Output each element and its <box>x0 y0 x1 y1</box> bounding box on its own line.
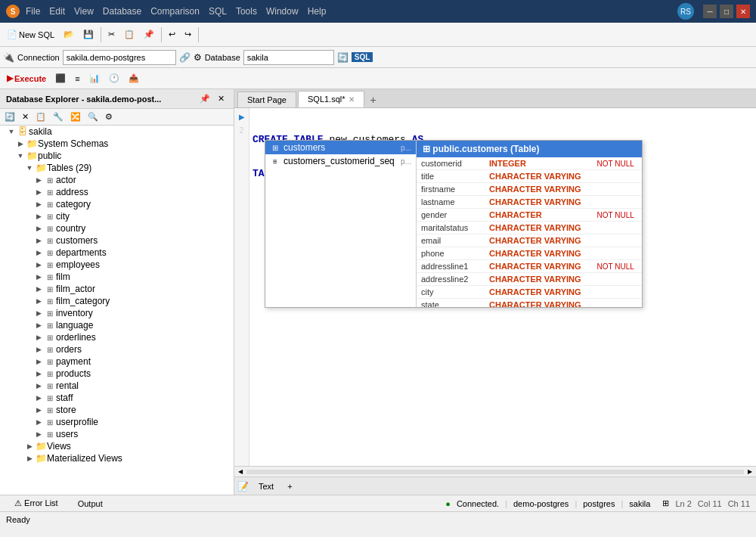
open-button[interactable]: 📂 <box>60 27 78 42</box>
sidebar-item-orders[interactable]: ▶ ⊞ orders <box>0 343 234 355</box>
autocomplete-item-customers-seq[interactable]: ≡ customers_customerid_seq p... <box>265 154 416 168</box>
sidebar-item-customers[interactable]: ▶ ⊞ customers <box>0 234 234 247</box>
scroll-right-button[interactable]: ▶ <box>745 467 754 476</box>
minimize-button[interactable]: ─ <box>703 5 717 18</box>
sidebar-item-payment[interactable]: ▶ ⊞ payment <box>0 355 234 368</box>
toggle-employees[interactable]: ▶ <box>33 259 44 270</box>
toggle-address[interactable]: ▶ <box>33 187 44 197</box>
connection-input[interactable] <box>63 50 176 65</box>
undo-button[interactable]: ↩ <box>165 27 179 42</box>
sidebar-item-actor[interactable]: ▶ ⊞ actor <box>0 174 234 186</box>
toggle-departments[interactable]: ▶ <box>33 247 44 258</box>
execute-button[interactable]: ▶ Execute <box>3 71 50 85</box>
menu-comparison[interactable]: Comparison <box>150 6 200 17</box>
sidebar-filter-button[interactable]: 🔧 <box>50 110 67 123</box>
horizontal-scrollbar[interactable]: ◀ ▶ <box>234 466 756 476</box>
toggle-film-actor[interactable]: ▶ <box>33 284 44 294</box>
toggle-film[interactable]: ▶ <box>33 272 44 282</box>
sidebar-item-employees[interactable]: ▶ ⊞ employees <box>0 259 234 271</box>
toggle-orders[interactable]: ▶ <box>33 344 44 355</box>
history-button[interactable]: 🕐 <box>105 71 123 85</box>
toggle-actor[interactable]: ▶ <box>33 175 44 185</box>
menu-sql[interactable]: SQL <box>209 6 227 17</box>
toggle-customers[interactable]: ▶ <box>33 235 44 246</box>
tab-start-page[interactable]: Start Page <box>237 92 296 107</box>
sidebar-item-orderlines[interactable]: ▶ ⊞ orderlines <box>0 331 234 343</box>
menu-view[interactable]: View <box>74 6 94 17</box>
sidebar-schema-button[interactable]: 🔀 <box>67 110 84 123</box>
sidebar-item-city[interactable]: ▶ ⊞ city <box>0 210 234 222</box>
output-tab[interactable]: Output <box>70 497 111 511</box>
toggle-views[interactable]: ▶ <box>24 441 35 452</box>
sidebar-item-language[interactable]: ▶ ⊞ language <box>0 319 234 331</box>
sidebar-item-film-actor[interactable]: ▶ ⊞ film_actor <box>0 283 234 295</box>
toggle-language[interactable]: ▶ <box>33 320 44 331</box>
sidebar-item-staff[interactable]: ▶ ⊞ staff <box>0 392 234 404</box>
sidebar-item-rental[interactable]: ▶ ⊞ rental <box>0 380 234 392</box>
tab-sql1-close[interactable]: ✕ <box>349 95 355 104</box>
sidebar-disconnect-button[interactable]: ✕ <box>19 110 32 123</box>
sidebar-item-products[interactable]: ▶ ⊞ products <box>0 368 234 380</box>
sidebar-close-button[interactable]: ✕ <box>215 92 228 105</box>
cut-button[interactable]: ✂ <box>104 27 119 42</box>
sidebar-item-address[interactable]: ▶ ⊞ address <box>0 186 234 198</box>
menu-edit[interactable]: Edit <box>49 6 65 17</box>
toggle-store[interactable]: ▶ <box>33 405 44 415</box>
sidebar-item-views[interactable]: ▶ 📁 Views <box>0 440 234 452</box>
stop-button[interactable]: ⬛ <box>51 71 70 85</box>
menu-help[interactable]: Help <box>308 6 327 17</box>
sidebar-item-users[interactable]: ▶ ⊞ users <box>0 428 234 440</box>
toggle-country[interactable]: ▶ <box>33 223 44 234</box>
toggle-products[interactable]: ▶ <box>33 368 44 379</box>
menu-database[interactable]: Database <box>103 6 141 17</box>
sidebar-item-film-category[interactable]: ▶ ⊞ film_category <box>0 295 234 307</box>
paste-button[interactable]: 📌 <box>140 27 158 42</box>
toggle-system-schemas[interactable]: ▶ <box>15 138 26 149</box>
close-button[interactable]: ✕ <box>736 5 750 18</box>
autocomplete-item-customers[interactable]: ⊞ customers p... <box>265 141 416 154</box>
sidebar-item-category[interactable]: ▶ ⊞ category <box>0 198 234 210</box>
sidebar-item-system-schemas[interactable]: ▶ 📁 System Schemas <box>0 138 234 150</box>
redo-button[interactable]: ↪ <box>181 27 195 42</box>
sidebar-add-button[interactable]: 📋 <box>33 110 49 123</box>
toggle-film-category[interactable]: ▶ <box>33 296 44 306</box>
toggle-sakila[interactable]: ▼ <box>6 126 17 137</box>
format-button[interactable]: ≡ <box>71 72 83 85</box>
sidebar-refresh-button[interactable]: 🔄 <box>2 110 18 123</box>
toggle-public[interactable]: ▼ <box>15 151 26 161</box>
toggle-payment[interactable]: ▶ <box>33 356 44 367</box>
menu-tools[interactable]: Tools <box>236 6 257 17</box>
new-sql-button[interactable]: 📄 New SQL <box>3 27 58 42</box>
toggle-tables[interactable]: ▼ <box>24 163 35 173</box>
sidebar-item-country[interactable]: ▶ ⊞ country <box>0 222 234 234</box>
grid-view-icon[interactable]: ⊞ <box>662 498 669 508</box>
toggle-city[interactable]: ▶ <box>33 211 44 222</box>
toggle-staff[interactable]: ▶ <box>33 393 44 403</box>
toggle-rental[interactable]: ▶ <box>33 380 44 391</box>
explain-button[interactable]: 📊 <box>85 71 104 85</box>
database-input[interactable] <box>243 50 334 65</box>
sidebar-pin-button[interactable]: 📌 <box>197 92 213 105</box>
tab-sql1[interactable]: SQL1.sql* ✕ <box>298 91 364 107</box>
toggle-orderlines[interactable]: ▶ <box>33 332 44 343</box>
sidebar-item-inventory[interactable]: ▶ ⊞ inventory <box>0 307 234 319</box>
sidebar-item-userprofile[interactable]: ▶ ⊞ userprofile <box>0 416 234 428</box>
sidebar-item-sakila[interactable]: ▼ 🗄 sakila <box>0 126 234 138</box>
sidebar-item-tables[interactable]: ▼ 📁 Tables (29) <box>0 162 234 174</box>
tab-add-button[interactable]: + <box>366 92 381 107</box>
maximize-button[interactable]: □ <box>720 5 733 18</box>
tab-add-bottom[interactable]: + <box>284 480 296 493</box>
sidebar-item-public[interactable]: ▼ 📁 public <box>0 150 234 162</box>
toggle-category[interactable]: ▶ <box>33 199 44 210</box>
toggle-users[interactable]: ▶ <box>33 429 44 439</box>
tab-text[interactable]: Text <box>250 480 282 493</box>
toggle-userprofile[interactable]: ▶ <box>33 417 44 427</box>
sidebar-item-store[interactable]: ▶ ⊞ store <box>0 404 234 416</box>
menu-window[interactable]: Window <box>266 6 299 17</box>
scroll-left-button[interactable]: ◀ <box>236 467 245 476</box>
sidebar-sort-button[interactable]: ⚙ <box>102 110 116 123</box>
sidebar-item-film[interactable]: ▶ ⊞ film <box>0 271 234 283</box>
save-button[interactable]: 💾 <box>79 27 98 42</box>
toggle-inventory[interactable]: ▶ <box>33 308 44 318</box>
menu-file[interactable]: File <box>26 6 40 17</box>
